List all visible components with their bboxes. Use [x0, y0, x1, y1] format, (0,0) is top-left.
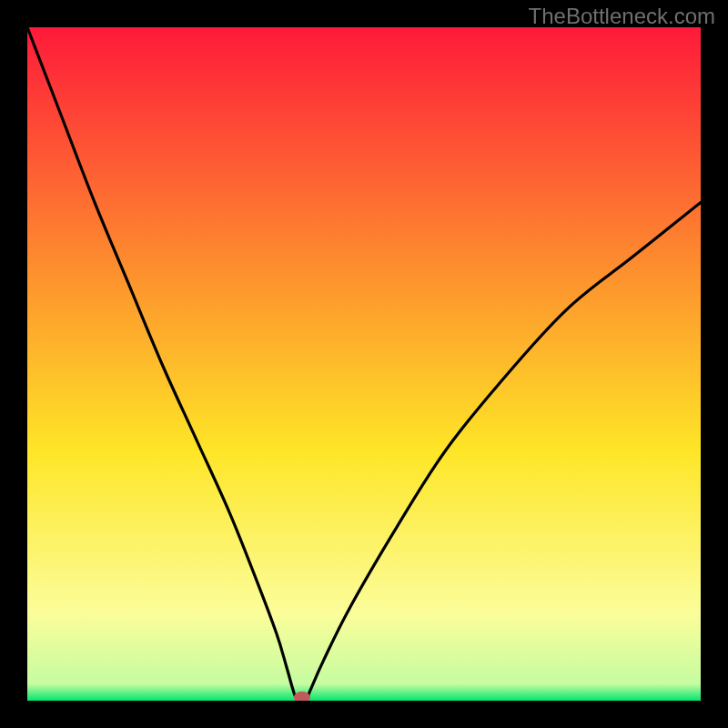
gradient-background [27, 27, 701, 701]
watermark-text: TheBottleneck.com [529, 4, 715, 29]
plot-svg [27, 27, 701, 701]
chart-frame: TheBottleneck.com [0, 0, 728, 728]
plot-area [27, 27, 701, 701]
